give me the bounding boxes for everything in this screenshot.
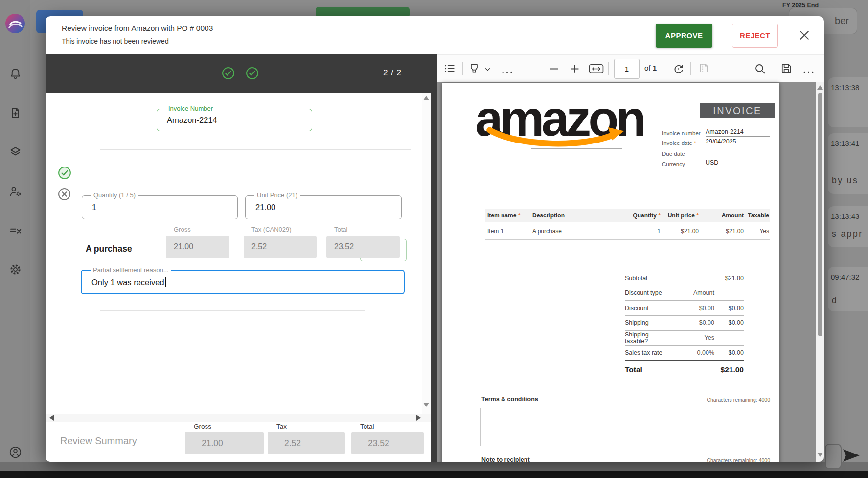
account-profile-icon[interactable] [9, 446, 22, 459]
close-icon[interactable] [798, 29, 811, 42]
more-options-ellipsis-icon[interactable] [803, 67, 815, 79]
due-date-meta-value [706, 149, 770, 156]
reject-button[interactable]: REJECT [732, 24, 778, 48]
cell-taxable: Yes [744, 228, 770, 235]
settings-gear-icon[interactable] [9, 263, 22, 276]
approve-button[interactable]: APPROVE [656, 24, 712, 48]
scroll-up-icon[interactable] [423, 96, 429, 100]
scroll-left-icon[interactable] [49, 415, 54, 421]
blank-address-line [531, 148, 622, 149]
chat-message-card: 13:13:38 [828, 77, 868, 127]
fit-width-icon[interactable] [589, 64, 600, 75]
tax-readonly-box: 2.52 [244, 236, 317, 258]
note-label: Note to recipient [481, 456, 530, 462]
scroll-right-icon[interactable] [416, 415, 421, 421]
review-summary-bar: Review Summary Gross 21.00 Tax 2.52 Tota… [46, 422, 431, 462]
background-bottom-band [0, 462, 868, 471]
form-vertical-scrollbar[interactable] [422, 93, 431, 414]
partial-reason-field[interactable]: Partial settlement reason... Only 1 was … [81, 270, 405, 294]
currency-meta-value: USD [706, 159, 770, 167]
app-root: FY 2025 End ber 13:13:38 13:13:41 by us … [0, 0, 868, 478]
chat-snippet: by us [832, 175, 858, 186]
unit-price-value: 21.00 [255, 196, 275, 219]
toolbar-separator [462, 62, 463, 75]
totals-row: Shipping taxable?Yes [625, 331, 744, 346]
scrollbar-thumb[interactable] [818, 93, 822, 336]
check-circle-icon [222, 67, 235, 80]
invoice-number-value: Amazon-2214 [167, 109, 217, 131]
zoom-out-icon[interactable] [549, 64, 561, 76]
panel-divider [431, 54, 437, 462]
task-list-icon[interactable] [9, 224, 22, 237]
col-quantity: Quantity * [620, 212, 661, 219]
new-document-icon[interactable] [9, 106, 22, 120]
page-number-input[interactable]: 1 [614, 59, 640, 79]
app-logo-icon[interactable] [5, 14, 25, 33]
quantity-value: 1 [92, 196, 96, 219]
item-reject-x-icon[interactable] [58, 188, 71, 201]
totals-row: Shipping$0.00$0.00 [625, 316, 744, 331]
search-icon[interactable] [754, 63, 766, 74]
quantity-field[interactable]: Quantity (1 / 5) 1 [82, 195, 238, 219]
currency-meta-label: Currency [662, 161, 685, 167]
cell-unit-price: $21.00 [661, 228, 699, 235]
more-tools-ellipsis-icon[interactable] [502, 67, 513, 79]
line-items-table: Item name * Description Quantity * Unit … [485, 209, 770, 240]
save-download-icon[interactable] [780, 63, 792, 74]
item-approved-check-icon[interactable] [58, 166, 71, 180]
totals-row: Discount typeAmount [625, 286, 744, 301]
outline-panel-icon[interactable] [444, 63, 456, 74]
sidebar [0, 0, 30, 471]
summary-tax-label: Tax [276, 423, 287, 430]
cell-amount: $21.00 [699, 228, 744, 235]
scroll-down-icon[interactable] [423, 403, 429, 407]
table-empty-row-line [485, 256, 770, 256]
terms-chars-remaining: Characters remaining: 4000 [707, 397, 770, 403]
toolbar-separator [690, 62, 691, 75]
zoom-in-icon[interactable] [570, 64, 582, 76]
invoice-form: Invoice Number Amazon-2214 A purchase Pa… [46, 93, 431, 414]
chat-timestamp: 09:47:32 [831, 273, 859, 281]
modal-subtitle: This invoice has not been reviewed [62, 37, 169, 45]
col-taxable: Taxable [744, 212, 770, 219]
table-row: Item 1 A purchase 1 $21.00 $21.00 Yes [485, 222, 770, 240]
review-summary-title: Review Summary [60, 435, 137, 447]
grand-total-label: Total [625, 365, 721, 374]
terms-textarea[interactable] [480, 408, 770, 446]
toolbar-separator [665, 62, 665, 75]
chat-message-card: 13:13:41 by us [828, 133, 868, 194]
taskbar-strip [0, 471, 868, 478]
send-icon[interactable] [843, 449, 860, 462]
form-page-indicator: 2 / 2 [383, 68, 425, 78]
pdf-vertical-scrollbar[interactable] [816, 82, 824, 462]
due-date-meta-label: Due date [662, 151, 685, 157]
col-description: Description [532, 212, 620, 219]
invoice-number-field[interactable]: Invoice Number Amazon-2214 [157, 109, 312, 131]
cell-description: A purchase [532, 228, 620, 235]
tax-label: Tax (CAN029) [251, 226, 292, 233]
form-horizontal-scrollbar[interactable] [46, 414, 431, 422]
highlighter-tool-icon[interactable] [468, 63, 480, 74]
line-item-title: A purchase [86, 244, 132, 254]
invoice-date-meta-value: 29/04/2025 [706, 138, 770, 146]
notifications-bell-icon[interactable] [9, 67, 22, 80]
toolbar-separator [608, 62, 609, 75]
unit-price-field[interactable]: Unit Price (21) 21.00 [245, 195, 402, 219]
chat-timestamp: 13:13:38 [831, 83, 859, 92]
layers-icon[interactable] [9, 145, 22, 158]
chat-input[interactable] [825, 444, 842, 469]
section-divider [100, 149, 411, 150]
total-readonly-box: 23.52 [326, 236, 400, 258]
scroll-down-icon[interactable] [817, 453, 823, 457]
scroll-up-icon[interactable] [817, 85, 823, 90]
rotate-page-icon[interactable] [673, 63, 685, 74]
chevron-down-icon[interactable] [484, 66, 496, 77]
summary-gross-box: 21.00 [185, 432, 264, 454]
partial-reason-value: Only 1 was received [91, 271, 166, 293]
grand-total-value: $21.00 [721, 365, 744, 374]
grand-total-row: Total $21.00 [625, 360, 744, 378]
page-count-label: of 1 [644, 64, 657, 72]
form-status-toolbar: 2 / 2 [46, 54, 431, 93]
cell-item: Item 1 [485, 228, 532, 235]
user-settings-icon[interactable] [9, 185, 22, 198]
